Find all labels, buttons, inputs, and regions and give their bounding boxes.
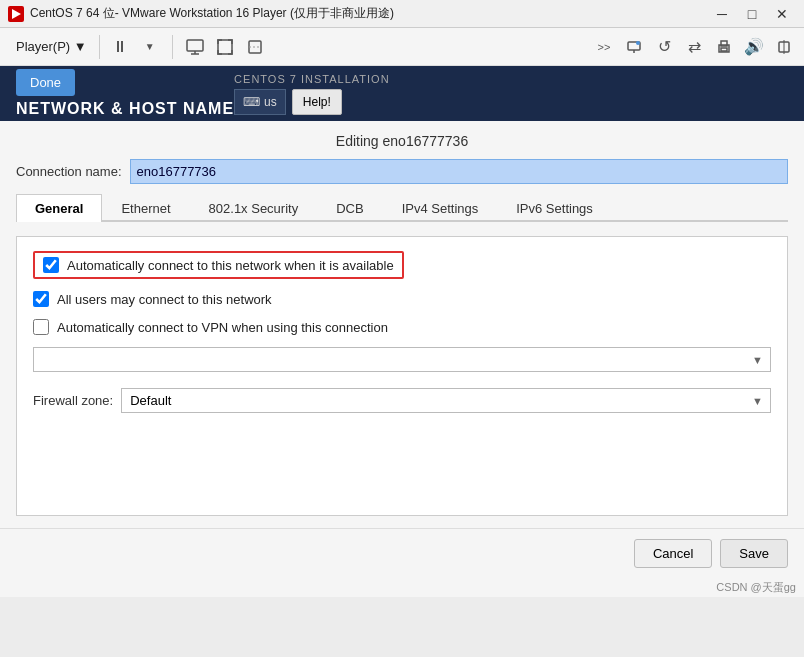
connection-name-label: Connection name: bbox=[16, 164, 122, 179]
tab-ipv6[interactable]: IPv6 Settings bbox=[497, 194, 612, 222]
tabs-row: General Ethernet 802.1x Security DCB IPv… bbox=[16, 194, 788, 222]
stretch-icon[interactable] bbox=[243, 35, 267, 59]
minimize-button[interactable]: ─ bbox=[708, 4, 736, 24]
swap-icon[interactable]: ⇄ bbox=[682, 35, 706, 59]
pause-icon[interactable]: ⏸ bbox=[108, 35, 132, 59]
fullscreen-icon[interactable] bbox=[213, 35, 237, 59]
app-header: Done NETWORK & HOST NAME CENTOS 7 INSTAL… bbox=[0, 66, 804, 121]
language-selector[interactable]: ⌨ us bbox=[234, 89, 286, 115]
svg-rect-13 bbox=[721, 48, 727, 51]
menu-divider bbox=[99, 35, 100, 59]
help-button[interactable]: Help! bbox=[292, 89, 342, 115]
vpn-row: Automatically connect to VPN when using … bbox=[33, 319, 771, 335]
tab-ethernet[interactable]: Ethernet bbox=[102, 194, 189, 222]
firewall-row: Firewall zone: Default ▼ bbox=[33, 388, 771, 413]
tab-content-general: Automatically connect to this network wh… bbox=[16, 236, 788, 516]
dialog-wrapper: Editing eno16777736 Connection name: Gen… bbox=[0, 121, 804, 528]
save-button[interactable]: Save bbox=[720, 539, 788, 568]
toolbar-icons: ⏸ ▼ bbox=[108, 35, 267, 59]
connection-name-row: Connection name: bbox=[16, 159, 788, 184]
player-menu[interactable]: Player(P) ▼ bbox=[8, 35, 95, 58]
maximize-button[interactable]: □ bbox=[738, 4, 766, 24]
print-icon[interactable] bbox=[712, 35, 736, 59]
connection-name-input[interactable] bbox=[130, 159, 788, 184]
auto-connect-checkbox[interactable] bbox=[43, 257, 59, 273]
firewall-label: Firewall zone: bbox=[33, 393, 113, 408]
svg-rect-12 bbox=[721, 41, 727, 46]
svg-rect-5 bbox=[218, 40, 232, 54]
vpn-dropdown-container: ▼ bbox=[33, 347, 771, 372]
refresh-icon[interactable]: ↺ bbox=[652, 35, 676, 59]
dialog-title: Editing eno16777736 bbox=[16, 133, 788, 149]
done-button[interactable]: Done bbox=[16, 69, 75, 96]
title-bar: CentOS 7 64 位- VMware Workstation 16 Pla… bbox=[0, 0, 804, 28]
cancel-button[interactable]: Cancel bbox=[634, 539, 712, 568]
vpn-dropdown[interactable] bbox=[33, 347, 771, 372]
tb-divider1 bbox=[172, 35, 173, 59]
vpn-label: Automatically connect to VPN when using … bbox=[57, 320, 388, 335]
tab-ipv4[interactable]: IPv4 Settings bbox=[383, 194, 498, 222]
footer: Cancel Save bbox=[0, 528, 804, 578]
svg-point-10 bbox=[636, 41, 640, 45]
send-ctrl-icon[interactable]: >> bbox=[592, 35, 616, 59]
centos-label: CENTOS 7 INSTALLATION bbox=[234, 73, 389, 85]
firewall-dropdown-container: Default ▼ bbox=[121, 388, 771, 413]
toolbar-right: >> ↺ ⇄ 🔊 bbox=[592, 35, 796, 59]
lang-label: us bbox=[264, 95, 277, 109]
title-bar-controls: ─ □ ✕ bbox=[708, 4, 796, 24]
volume-icon[interactable]: 🔊 bbox=[742, 35, 766, 59]
all-users-row: All users may connect to this network bbox=[33, 291, 771, 307]
page-title: NETWORK & HOST NAME bbox=[16, 100, 234, 118]
usb-icon[interactable] bbox=[772, 35, 796, 59]
close-button[interactable]: ✕ bbox=[768, 4, 796, 24]
app-icon bbox=[8, 6, 24, 22]
watermark: CSDN @天蛋gg bbox=[0, 578, 804, 597]
monitor-icon[interactable] bbox=[183, 35, 207, 59]
vpn-checkbox[interactable] bbox=[33, 319, 49, 335]
dropdown-icon[interactable]: ▼ bbox=[138, 35, 162, 59]
keyboard-icon: ⌨ bbox=[243, 95, 260, 109]
auto-connect-row: Automatically connect to this network wh… bbox=[33, 251, 404, 279]
tab-security[interactable]: 802.1x Security bbox=[190, 194, 318, 222]
title-bar-text: CentOS 7 64 位- VMware Workstation 16 Pla… bbox=[30, 5, 708, 22]
remote-icon[interactable] bbox=[622, 35, 646, 59]
vpn-dropdown-wrapper: ▼ bbox=[33, 347, 771, 372]
svg-rect-2 bbox=[187, 40, 203, 51]
header-right: CENTOS 7 INSTALLATION ⌨ us Help! bbox=[234, 73, 389, 115]
menu-bar: Player(P) ▼ ⏸ ▼ >> ↺ ⇄ 🔊 bbox=[0, 28, 804, 66]
tab-general[interactable]: General bbox=[16, 194, 102, 222]
tab-dcb[interactable]: DCB bbox=[317, 194, 382, 222]
firewall-dropdown[interactable]: Default bbox=[121, 388, 771, 413]
all-users-checkbox[interactable] bbox=[33, 291, 49, 307]
all-users-label: All users may connect to this network bbox=[57, 292, 272, 307]
auto-connect-label: Automatically connect to this network wh… bbox=[67, 258, 394, 273]
